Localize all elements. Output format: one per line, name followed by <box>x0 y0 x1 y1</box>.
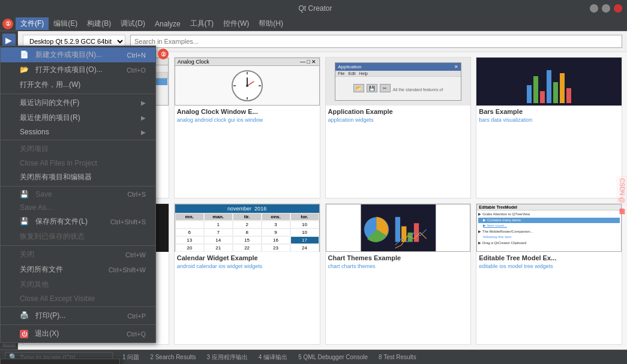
menu-open-label: 打开文件或项目(O)... <box>35 65 102 74</box>
file-menu-dropdown: 📄 新建文件或项目(N)... Ctrl+N ② 📂 打开文件或项目(O)...… <box>0 46 156 343</box>
menu-close-all-project-item: Close All Files in Project <box>1 157 155 170</box>
example-title-application: Application Example <box>328 108 469 115</box>
example-tags-application: application widgets <box>328 116 469 124</box>
menu-analyze[interactable]: Analyze <box>150 19 185 29</box>
menu-recent-files-item[interactable]: 最近访问的文件(F) ▶ <box>1 95 155 110</box>
menu-close-project-item: 关闭项目 <box>1 142 155 157</box>
status-tab-app-output[interactable]: 3 应用程序输出 <box>202 352 253 363</box>
close-button[interactable] <box>614 4 622 13</box>
separator-6 <box>1 324 155 325</box>
status-tab-qml[interactable]: 5 QML Debugger Console <box>293 353 373 362</box>
menu-open-shortcut: Ctrl+O <box>127 67 146 74</box>
menu-save-as-item: Save As... <box>1 201 155 214</box>
sidebar-icon-1[interactable]: ▶ <box>2 34 16 47</box>
menu-control[interactable]: 控件(W) <box>218 17 254 30</box>
menu-debug[interactable]: 调试(D) <box>116 17 150 30</box>
menu-file[interactable]: 文件(F) <box>16 17 49 30</box>
example-tags-editable-tree: editable ios model tree widgets <box>479 263 619 270</box>
example-title-chart: Chart Themes Example <box>328 254 469 261</box>
menu-open-item[interactable]: 📂 打开文件或项目(O)... Ctrl+O <box>1 62 155 77</box>
example-thumb-bars <box>476 58 622 106</box>
status-tab-compile[interactable]: 4 编译输出 <box>254 352 292 363</box>
status-tabs: 1 问题 2 Search Results 3 应用程序输出 4 编译输出 5 … <box>118 352 421 363</box>
menu-bar: ① 文件(F) 编辑(E) 构建(B) 调试(D) Analyze 工具(T) … <box>0 17 627 31</box>
example-title-editable-tree: Editable Tree Model Ex... <box>479 254 619 261</box>
status-tab-problems[interactable]: 1 问题 <box>118 352 144 363</box>
separator-4 <box>1 245 155 246</box>
example-thumb-chart <box>326 204 471 252</box>
menu-save-all-item[interactable]: 💾 保存所有文件(L) Ctrl+Shift+S <box>1 214 155 229</box>
examples-search-input[interactable] <box>130 35 622 48</box>
menu-open-with-item[interactable]: 打开文件，用...(W) <box>1 77 155 92</box>
menu-close-all-editors-item[interactable]: 关闭所有项目和编辑器 <box>1 170 155 185</box>
menu-sessions-item[interactable]: Sessions ▶ <box>1 125 155 139</box>
example-card-application[interactable]: Application ✕ FileEditHelp 📂 💾 ✂ All the… <box>325 57 472 198</box>
menu-close-except-visible-label: Close All Except Visible <box>20 294 95 303</box>
menu-build[interactable]: 构建(B) <box>82 17 116 30</box>
menu-save-label: Save <box>35 190 52 198</box>
minimize-button[interactable] <box>590 4 598 13</box>
menu-close-shortcut: Ctrl+W <box>125 251 146 258</box>
svg-point-7 <box>246 85 248 87</box>
menu-close-all-project-label: Close All Files in Project <box>20 159 97 167</box>
menu-open-with-label: 打开文件，用...(W) <box>20 80 80 90</box>
menu-exit-shortcut: Ctrl+Q <box>127 330 146 338</box>
example-card-calendar[interactable]: november 2016 mn. man. tir. ons. tor. 1 … <box>174 203 320 345</box>
menu-close-label: 关闭 <box>20 249 34 260</box>
menu-edit[interactable]: 编辑(E) <box>49 17 82 30</box>
menu-tools[interactable]: 工具(T) <box>185 17 218 30</box>
example-tags-calendar: android calendar ios widget widgets <box>177 263 317 270</box>
recent-projects-arrow: ▶ <box>141 115 146 121</box>
separator-2 <box>1 140 155 140</box>
sub-panel: Qt Account Online Community <box>0 359 120 364</box>
menu-save-item: 💾 Save Ctrl+S <box>1 188 155 201</box>
menu-recent-projects-item[interactable]: 最近使用的项目(R) ▶ <box>1 110 155 125</box>
menu-close-project-label: 关闭项目 <box>20 144 49 154</box>
menu-new-label: 新建文件或项目(N)... <box>35 50 102 59</box>
example-card-chart[interactable]: Chart Themes Example chart charts themes <box>325 203 472 345</box>
example-card-editable-tree[interactable]: Editable TreeModel ▶ Grabs Attention to … <box>476 203 622 345</box>
separator-1 <box>1 94 155 94</box>
menu-exit-item[interactable]: ⏻ 退出(X) Ctrl+Q <box>1 326 155 341</box>
menu-print-label: 打印(P)... <box>35 311 65 320</box>
svg-rect-13 <box>413 223 418 242</box>
svg-rect-10 <box>395 217 400 242</box>
example-card-analog-clock[interactable]: Analog Clock — □ ✕ <box>174 57 320 198</box>
menu-new-wrapper: 📄 新建文件或项目(N)... Ctrl+N ② <box>1 47 155 62</box>
example-thumb-analog-clock: Analog Clock — □ ✕ <box>175 58 320 106</box>
file-menu-panel: 📄 新建文件或项目(N)... Ctrl+N ② 📂 打开文件或项目(O)...… <box>0 46 156 343</box>
menu-save-all-label: 保存所有文件(L) <box>35 217 88 225</box>
title-bar: Qt Creator <box>0 0 627 17</box>
menu-close-except-visible-item: Close All Except Visible <box>1 292 155 305</box>
status-tab-search[interactable]: 2 Search Results <box>145 353 200 362</box>
separator-5 <box>1 306 155 307</box>
example-thumb-application: Application ✕ FileEditHelp 📂 💾 ✂ All the… <box>326 58 471 106</box>
menu-save-as-label: Save As... <box>20 203 52 212</box>
example-title-analog-clock: Analog Clock Window E... <box>177 108 317 115</box>
svg-rect-11 <box>401 226 406 242</box>
menu-close-others-item: 关闭其他 <box>1 277 155 292</box>
clock-svg <box>231 70 263 102</box>
menu-print-shortcut: Ctrl+P <box>127 312 146 320</box>
example-title-bars: Bars Example <box>479 108 619 115</box>
sub-panel-qt-account[interactable]: Qt Account <box>1 362 119 364</box>
chart-svg <box>326 204 470 251</box>
menu-print-item[interactable]: 🖨️ 打印(P)... Ctrl+P <box>1 308 155 323</box>
menu-new-item[interactable]: 📄 新建文件或项目(N)... Ctrl+N <box>1 47 155 62</box>
recent-files-arrow: ▶ <box>141 100 146 106</box>
sessions-arrow: ▶ <box>141 129 146 136</box>
window-controls <box>590 4 622 13</box>
separator-3 <box>1 186 155 186</box>
menu-close-all-item[interactable]: 关闭所有文件 Ctrl+Shift+W <box>1 262 155 277</box>
menu-exit-label: 退出(X) <box>35 329 59 338</box>
example-title-calendar: Calendar Widget Example <box>177 254 317 261</box>
badge-2: ② <box>158 49 169 59</box>
status-tab-test[interactable]: 8 Test Results <box>374 353 421 362</box>
menu-help[interactable]: 帮助(H) <box>254 17 288 30</box>
example-tags-chart: chart charts themes <box>328 263 469 270</box>
maximize-button[interactable] <box>602 4 610 13</box>
menu-close-others-label: 关闭其他 <box>20 279 49 290</box>
badge-1: ① <box>2 19 13 29</box>
example-card-bars[interactable]: Bars Example bars data visualization <box>476 57 622 198</box>
example-tags-bars: bars data visualization <box>479 116 619 124</box>
